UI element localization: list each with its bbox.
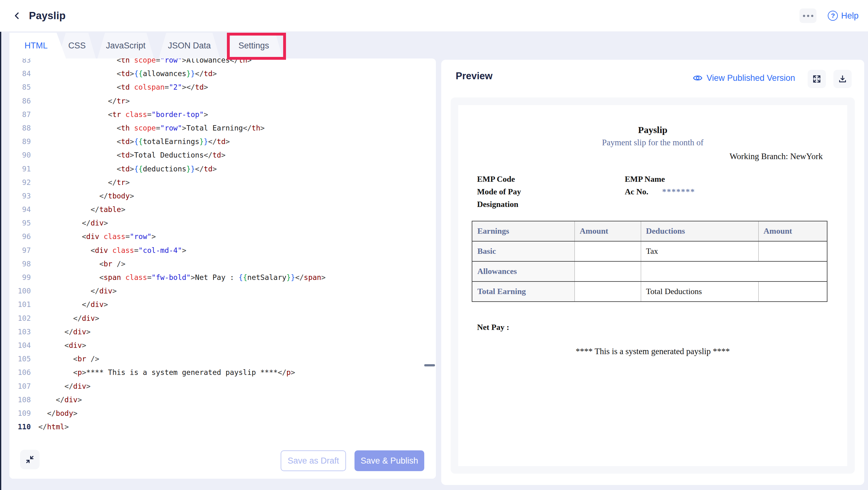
line-number: 93 xyxy=(9,189,31,203)
code-line-109[interactable]: 109 </body> xyxy=(9,407,436,420)
line-number: 94 xyxy=(9,203,31,217)
collapse-editor-button[interactable] xyxy=(20,450,40,469)
line-number: 90 xyxy=(9,148,31,162)
code-line-100[interactable]: 100 </div> xyxy=(9,284,436,298)
view-published-version-link[interactable]: View Published Version xyxy=(693,73,795,83)
line-number: 98 xyxy=(9,257,31,271)
collapse-icon xyxy=(25,455,35,464)
code-line-107[interactable]: 107 </div> xyxy=(9,380,436,393)
code-line-93[interactable]: 93 </tbody> xyxy=(9,189,436,203)
tab-javascript[interactable]: JavaScript xyxy=(97,33,154,58)
line-number: 91 xyxy=(9,162,31,176)
line-number: 108 xyxy=(9,393,31,407)
emp-field-label: Mode of Pay xyxy=(477,185,521,198)
code-line-88[interactable]: 88 <th scope="row">Total Earning</th> xyxy=(9,121,436,135)
code-line-108[interactable]: 108 </div> xyxy=(9,393,436,407)
line-number: 88 xyxy=(9,121,31,135)
employee-fields-left: EMP CodeMode of PayDesignation xyxy=(477,173,521,211)
code-line-96[interactable]: 96 <div class="row"> xyxy=(9,230,436,243)
code-line-110[interactable]: 110</html> xyxy=(9,420,436,434)
code-line-86[interactable]: 86 </tr> xyxy=(9,94,436,108)
line-number: 103 xyxy=(9,325,31,339)
emp-field-masked-value: ******* xyxy=(662,187,695,196)
code-line-104[interactable]: 104 <div> xyxy=(9,339,436,352)
editor-tab-strip: HTMLCSSJavaScriptJSON DataSettings xyxy=(0,33,868,58)
dot-icon xyxy=(803,15,805,17)
line-number: 110 xyxy=(9,420,31,434)
line-number: 92 xyxy=(9,176,31,189)
line-number: 89 xyxy=(9,135,31,148)
emp-field-label: EMP Code xyxy=(477,173,521,185)
code-line-101[interactable]: 101 </div> xyxy=(9,298,436,311)
table-header-cell: Amount xyxy=(575,221,641,241)
line-number: 106 xyxy=(9,366,31,379)
code-line-84[interactable]: 84 <td>{{allowances}}</td> xyxy=(9,67,436,81)
table-cell xyxy=(758,282,827,301)
code-line-106[interactable]: 106 <p>**** This is a system generated p… xyxy=(9,366,436,379)
code-line-97[interactable]: 97 <div class="col-md-4"> xyxy=(9,244,436,257)
tab-css[interactable]: CSS xyxy=(58,33,96,58)
payslip-document: Payslip Payment slip for the month of Wo… xyxy=(458,105,847,466)
code-line-87[interactable]: 87 <tr class="border-top"> xyxy=(9,108,436,121)
table-row-header-cell: Total Earning xyxy=(472,282,575,301)
table-cell: Total Deductions xyxy=(641,282,758,301)
expand-preview-button[interactable] xyxy=(808,70,826,88)
code-line-98[interactable]: 98 <br /> xyxy=(9,257,436,271)
fullscreen-icon xyxy=(812,74,822,84)
code-line-105[interactable]: 105 <br /> xyxy=(9,352,436,366)
tab-html[interactable]: HTML xyxy=(9,33,66,58)
code-line-85[interactable]: 85 <td colspan="2"></td> xyxy=(9,81,436,94)
code-line-83[interactable]: 83 <th scope="row">Allowances</th> xyxy=(9,58,436,67)
code-line-94[interactable]: 94 </table> xyxy=(9,203,436,217)
code-line-89[interactable]: 89 <td>{{totalEarnings}}</td> xyxy=(9,135,436,148)
help-link[interactable]: ? Help xyxy=(828,11,859,21)
line-number: 85 xyxy=(9,81,31,94)
tab-settings[interactable]: Settings xyxy=(225,33,283,58)
line-number: 99 xyxy=(9,271,31,284)
code-line-92[interactable]: 92 </tr> xyxy=(9,176,436,189)
table-header-row: EarningsAmountDeductionsAmount xyxy=(472,221,827,241)
table-row: Total EarningTotal Deductions xyxy=(472,282,827,301)
table-cell xyxy=(575,261,641,282)
payslip-template-editor-screen: { "colors": { "page_bg": "#edeff8", "acc… xyxy=(0,0,868,490)
save-as-draft-button[interactable]: Save as Draft xyxy=(281,450,346,471)
table-cell xyxy=(575,282,641,301)
emp-field-label: Ac No.******* xyxy=(625,185,695,198)
editor-scrollbar-marker[interactable] xyxy=(424,364,435,366)
chevron-left-icon xyxy=(12,11,22,21)
download-preview-button[interactable] xyxy=(833,70,852,88)
code-line-103[interactable]: 103 </div> xyxy=(9,325,436,339)
back-button[interactable] xyxy=(11,9,23,22)
net-pay-label: Net Pay : xyxy=(477,323,509,332)
table-cell xyxy=(758,241,827,261)
view-published-label: View Published Version xyxy=(707,73,795,83)
dot-icon xyxy=(811,15,813,17)
code-editor-panel: 83 <th scope="row">Allowances</th>84 <td… xyxy=(9,58,436,479)
code-line-99[interactable]: 99 <span class="fw-bold">Net Pay : {{net… xyxy=(9,271,436,284)
save-and-publish-button[interactable]: Save & Publish xyxy=(354,450,424,471)
page-title: Payslip xyxy=(29,10,66,22)
working-branch-text: Working Branch: NewYork xyxy=(730,152,823,161)
line-number: 109 xyxy=(9,407,31,420)
emp-field-label: EMP Name xyxy=(625,173,695,185)
code-area[interactable]: 83 <th scope="row">Allowances</th>84 <td… xyxy=(9,58,436,434)
line-number: 102 xyxy=(9,312,31,325)
download-icon xyxy=(838,74,847,84)
code-line-90[interactable]: 90 <td>Total Deductions</td> xyxy=(9,148,436,162)
editor-footer: Save as Draft Save & Publish xyxy=(9,442,436,479)
dot-icon xyxy=(807,15,809,17)
table-cell: Tax xyxy=(641,241,758,261)
table-cell xyxy=(575,241,641,261)
more-options-button[interactable] xyxy=(800,8,816,23)
line-number: 95 xyxy=(9,217,31,230)
app-header: Payslip ? Help xyxy=(0,0,868,31)
line-number: 100 xyxy=(9,284,31,298)
code-line-95[interactable]: 95 </div> xyxy=(9,217,436,230)
emp-field-label: Designation xyxy=(477,198,521,211)
table-row-header-cell: Allowances xyxy=(472,261,575,282)
code-line-91[interactable]: 91 <td>{{deductions}}</td> xyxy=(9,162,436,176)
line-number: 97 xyxy=(9,244,31,257)
window-left-edge xyxy=(0,0,1,490)
code-line-102[interactable]: 102 </div> xyxy=(9,312,436,325)
tab-json-data[interactable]: JSON Data xyxy=(159,33,220,58)
